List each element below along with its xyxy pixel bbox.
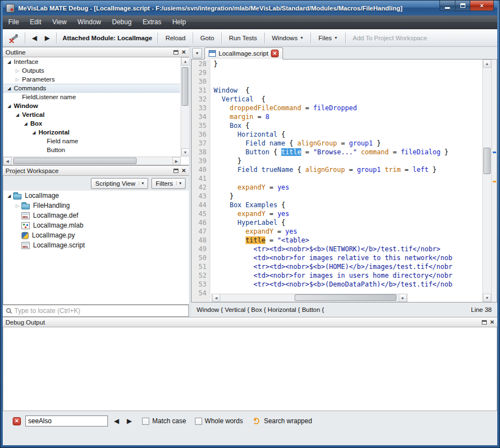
find-next-button[interactable]: ▶ bbox=[125, 417, 133, 425]
tree-item-label: Box bbox=[29, 120, 42, 127]
code-line-41: 41 bbox=[192, 174, 482, 183]
find-previous-button[interactable]: ◀ bbox=[112, 417, 121, 425]
debug-output-content[interactable] bbox=[3, 327, 497, 411]
search-input[interactable] bbox=[25, 415, 108, 427]
tree-item-fieldlistener-name[interactable]: FieldListener name bbox=[3, 93, 180, 101]
line-indicator: Line 38 bbox=[471, 306, 492, 313]
workspace-tree[interactable]: ◢LocalImage▷FileHandlingLocalImage.defLo… bbox=[3, 191, 189, 305]
menu-help[interactable]: Help bbox=[167, 15, 192, 29]
scrollbar-thumb[interactable] bbox=[13, 158, 137, 164]
match-case-checkbox[interactable] bbox=[142, 418, 149, 425]
float-panel-icon[interactable] bbox=[173, 50, 178, 55]
scripting-view-dropdown[interactable]: Scripting View ▼ bbox=[91, 178, 148, 189]
close-search-icon[interactable]: ✕ bbox=[13, 417, 21, 425]
search-marker-strip[interactable] bbox=[491, 60, 497, 302]
scrollbar-thumb[interactable] bbox=[182, 67, 188, 106]
editor-horizontal-scrollbar[interactable]: ◀ ▶ bbox=[211, 294, 407, 302]
editor-statusline: Window { Vertical { Box { Horizontal { B… bbox=[191, 303, 497, 317]
tree-item-localimage-def[interactable]: LocalImage.def bbox=[3, 210, 189, 220]
code-line-34: 34 margin = 8 bbox=[192, 112, 482, 121]
tree-item-localimage-mlab[interactable]: LocalImage.mlab bbox=[3, 220, 189, 230]
tree-item-localimage-script[interactable]: LocalImage.script bbox=[3, 240, 189, 250]
scroll-right-icon[interactable]: ▶ bbox=[399, 294, 407, 302]
expanded-arrow-icon[interactable]: ◢ bbox=[6, 60, 13, 64]
tree-item-window[interactable]: ◢Window bbox=[3, 101, 180, 110]
scroll-up-icon[interactable]: ▲ bbox=[181, 57, 189, 66]
tab-close-icon[interactable]: ✕ bbox=[271, 50, 279, 57]
tree-item-localimage[interactable]: ◢LocalImage bbox=[3, 191, 189, 201]
py-file-icon bbox=[21, 232, 29, 239]
outline-vertical-scrollbar[interactable]: ▲ ▼ bbox=[181, 57, 189, 156]
close-panel-icon[interactable]: ✕ bbox=[182, 50, 186, 55]
close-panel-icon[interactable]: ✕ bbox=[182, 168, 186, 174]
titlebar[interactable]: MeVisLab MATE Debug - [LocalImage.script… bbox=[3, 1, 497, 15]
scroll-right-icon[interactable]: ▶ bbox=[172, 157, 181, 165]
collapsed-arrow-icon[interactable]: ▷ bbox=[14, 77, 21, 82]
expanded-arrow-icon[interactable]: ◢ bbox=[6, 104, 13, 109]
tree-item-interface[interactable]: ◢Interface bbox=[3, 57, 180, 66]
back-button[interactable]: ◀ bbox=[29, 33, 40, 43]
scroll-left-icon[interactable]: ◀ bbox=[212, 294, 220, 302]
tree-item-outputs[interactable]: ▷Outputs bbox=[3, 66, 180, 75]
code-line-49: 49 <tr><td><nobr>$<b>(NETWORK)</b>/test.… bbox=[192, 245, 482, 253]
reload-button[interactable]: Reload bbox=[161, 33, 189, 44]
close-panel-icon[interactable]: ✕ bbox=[490, 320, 494, 325]
files-menu-button[interactable]: Files▼ bbox=[314, 33, 341, 44]
selection-marker[interactable] bbox=[493, 152, 496, 153]
toolbar-separator bbox=[157, 33, 158, 44]
scroll-left-icon[interactable]: ◀ bbox=[3, 157, 12, 165]
scrollbar-thumb[interactable] bbox=[295, 294, 396, 301]
mdl-file-icon bbox=[21, 242, 30, 249]
collapsed-arrow-icon[interactable]: ▷ bbox=[14, 68, 21, 73]
menu-file[interactable]: File bbox=[3, 15, 24, 29]
float-panel-icon[interactable] bbox=[173, 169, 178, 173]
menu-debug[interactable]: Debug bbox=[107, 15, 137, 29]
search-match-marker[interactable] bbox=[493, 181, 496, 182]
tree-item-commands[interactable]: ◢Commands bbox=[3, 84, 180, 93]
tree-item-localimage-py[interactable]: LocalImage.py bbox=[3, 230, 189, 240]
close-button[interactable]: × bbox=[470, 1, 494, 11]
tree-item-field-name[interactable]: Field name bbox=[3, 137, 180, 145]
expanded-arrow-icon[interactable]: ◢ bbox=[30, 130, 37, 135]
expanded-arrow-icon[interactable]: ◢ bbox=[22, 121, 29, 126]
tree-item-button[interactable]: Button bbox=[3, 145, 180, 154]
menu-view[interactable]: View bbox=[47, 15, 72, 29]
run-tests-button[interactable]: Run Tests bbox=[225, 33, 261, 44]
tree-item-vertical[interactable]: ◢Vertical bbox=[3, 110, 180, 119]
scroll-down-icon[interactable]: ▼ bbox=[181, 148, 189, 156]
tab-list-button[interactable]: ▼ bbox=[192, 48, 202, 58]
locate-input[interactable] bbox=[14, 307, 186, 315]
tree-item-box[interactable]: ◢Box bbox=[3, 119, 180, 128]
main-area: Outline ✕ ◢Interface▷Outputs▷Parameters◢… bbox=[3, 47, 497, 317]
tree-item-filehandling[interactable]: ▷FileHandling bbox=[3, 201, 189, 210]
code-area[interactable]: 28}293031Window {32 Vertical {33 dropped… bbox=[192, 60, 482, 302]
line-number: 40 bbox=[192, 165, 210, 174]
expanded-arrow-icon[interactable]: ◢ bbox=[6, 86, 13, 91]
windows-menu-button[interactable]: Windows▼ bbox=[268, 33, 308, 44]
collapsed-arrow-icon[interactable]: ▷ bbox=[14, 203, 21, 208]
menu-extras[interactable]: Extras bbox=[137, 15, 167, 29]
outline-tree[interactable]: ◢Interface▷Outputs▷Parameters◢CommandsFi… bbox=[3, 57, 189, 165]
tab-localimage-script[interactable]: LocalImage.script ✕ bbox=[204, 47, 283, 60]
scroll-down-icon[interactable]: ▼ bbox=[483, 294, 491, 302]
maximize-button[interactable] bbox=[455, 1, 470, 11]
editor-vertical-scrollbar[interactable]: ▲ ▼ bbox=[482, 60, 491, 302]
tree-item-horizontal[interactable]: ◢Horizontal bbox=[3, 128, 180, 137]
toolbar-separator bbox=[311, 33, 311, 44]
detach-module-button[interactable] bbox=[6, 31, 21, 45]
expanded-arrow-icon[interactable]: ◢ bbox=[6, 193, 13, 198]
goto-button[interactable]: Goto bbox=[197, 33, 218, 44]
whole-words-checkbox[interactable] bbox=[195, 418, 202, 425]
forward-button[interactable]: ▶ bbox=[41, 33, 53, 43]
float-panel-icon[interactable] bbox=[482, 320, 487, 325]
tree-item-parameters[interactable]: ▷Parameters bbox=[3, 75, 180, 84]
menu-edit[interactable]: Edit bbox=[24, 15, 47, 29]
line-number: 30 bbox=[192, 77, 210, 86]
menu-window[interactable]: Window bbox=[72, 15, 107, 29]
outline-horizontal-scrollbar[interactable]: ◀ ▶ bbox=[3, 156, 181, 165]
minimize-button[interactable] bbox=[439, 1, 455, 11]
filters-dropdown[interactable]: Filters ▼ bbox=[151, 178, 186, 189]
expanded-arrow-icon[interactable]: ◢ bbox=[14, 112, 21, 117]
scrollbar-thumb[interactable] bbox=[483, 148, 491, 174]
scroll-up-icon[interactable]: ▲ bbox=[483, 60, 491, 68]
